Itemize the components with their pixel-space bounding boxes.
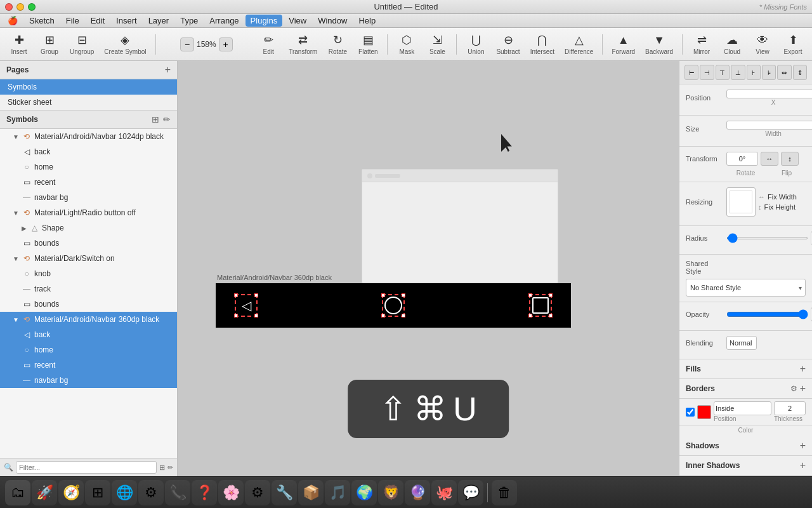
- layer-item-home-1024[interactable]: ○ home: [0, 159, 177, 175]
- align-bottom-button[interactable]: ⊧: [762, 65, 776, 80]
- border-enabled-checkbox[interactable]: [686, 408, 695, 417]
- create-symbol-button[interactable]: ◈ Create Symbol: [100, 30, 150, 58]
- layer-tree[interactable]: ▼ ⟲ Material/Android/Navbar 1024dp black…: [0, 129, 177, 458]
- menu-window[interactable]: Window: [313, 15, 352, 27]
- dock-finder[interactable]: 🗂: [5, 480, 30, 505]
- layer-item-home-360[interactable]: ○ home: [0, 342, 177, 358]
- rotate-input[interactable]: [726, 152, 758, 166]
- dock-app6[interactable]: 🔮: [405, 480, 430, 505]
- ungroup-button[interactable]: ⊟ Ungroup: [66, 30, 98, 58]
- layer-item-navbarbg-1024[interactable]: — navbar bg: [0, 190, 177, 205]
- dock-grid[interactable]: ⊞: [85, 480, 110, 505]
- layer-group-switch[interactable]: ▼ ⟲ Material/Dark/Switch on: [0, 251, 177, 266]
- layer-item-navbarbg-360[interactable]: — navbar bg: [0, 373, 177, 388]
- flatten-button[interactable]: ▤ Flatten: [354, 30, 382, 58]
- dock-brave[interactable]: 🦁: [378, 480, 403, 505]
- size-width-input[interactable]: [726, 121, 812, 130]
- menu-layer[interactable]: Layer: [143, 15, 174, 27]
- dock-launchpad[interactable]: 🚀: [32, 480, 57, 505]
- flip-h-button[interactable]: ↔: [761, 152, 778, 166]
- dock-help[interactable]: ❓: [192, 480, 217, 505]
- dock-chromium[interactable]: 🌐: [112, 480, 137, 505]
- menu-sketch[interactable]: Sketch: [24, 15, 60, 27]
- layer-item-track[interactable]: — track: [0, 281, 177, 297]
- canvas-area[interactable]: Material/Android/Navbar 360dp black ◁: [178, 61, 679, 476]
- border-position-select[interactable]: Inside Center Outside: [714, 401, 771, 415]
- dock-github[interactable]: 🐙: [431, 480, 457, 505]
- layer-item-back-1024[interactable]: ◁ back: [0, 144, 177, 159]
- menu-edit[interactable]: Edit: [86, 15, 110, 27]
- view-button[interactable]: 👁 View: [749, 31, 776, 58]
- dock-app8[interactable]: 💬: [458, 480, 483, 505]
- menu-plugins[interactable]: Plugins: [246, 15, 283, 27]
- border-thickness-input[interactable]: [774, 401, 806, 415]
- menu-arrange[interactable]: Arrange: [204, 15, 244, 27]
- dock-settings[interactable]: ⚙: [245, 480, 270, 505]
- symbols-grid-icon[interactable]: ⊞: [152, 114, 159, 124]
- shared-style-select[interactable]: No Shared Style: [686, 279, 806, 297]
- filter-input[interactable]: [16, 461, 157, 474]
- forward-button[interactable]: ▲ Forward: [608, 31, 639, 58]
- flip-v-button[interactable]: ↕: [781, 152, 799, 166]
- menu-help[interactable]: Help: [353, 15, 381, 27]
- mirror-button[interactable]: ⇌ Mirror: [688, 30, 716, 58]
- union-button[interactable]: ⋃ Union: [462, 30, 490, 58]
- dock-photos[interactable]: 🌸: [218, 480, 244, 505]
- close-button[interactable]: [5, 3, 13, 11]
- rotate-button[interactable]: ↻ Rotate: [324, 30, 351, 58]
- dock-safari[interactable]: 🧭: [58, 480, 84, 505]
- maximize-button[interactable]: [28, 3, 36, 11]
- dock-chrome[interactable]: ⚙: [138, 480, 164, 505]
- distribute-h-button[interactable]: ⇔: [777, 65, 791, 80]
- align-right-button[interactable]: ⊤: [716, 65, 730, 80]
- group-button[interactable]: ⊞ Group: [36, 30, 63, 58]
- page-item-sticker-sheet[interactable]: Sticker sheet: [0, 95, 177, 110]
- align-center-v-button[interactable]: ⊦: [747, 65, 761, 80]
- blending-select[interactable]: Normal Multiply Screen Overlay: [726, 336, 757, 350]
- layer-item-bounds-switch[interactable]: ▭ bounds: [0, 297, 177, 312]
- backward-button[interactable]: ▼ Backward: [641, 31, 677, 58]
- inner-shadows-add-button[interactable]: +: [800, 460, 806, 471]
- layer-item-shape-radio[interactable]: ▶ △ Shape: [0, 220, 177, 236]
- layer-item-recent-1024[interactable]: ▭ recent: [0, 175, 177, 190]
- minimize-button[interactable]: [16, 3, 24, 11]
- dock-trash[interactable]: 🗑: [492, 480, 517, 505]
- align-top-button[interactable]: ⊥: [731, 65, 745, 80]
- layer-item-knob[interactable]: ○ knob: [0, 266, 177, 281]
- menu-file[interactable]: File: [61, 15, 84, 27]
- filter-edit-icon[interactable]: ✏: [167, 464, 173, 472]
- page-item-symbols[interactable]: Symbols: [0, 79, 177, 95]
- borders-add-button[interactable]: +: [800, 383, 806, 394]
- mask-button[interactable]: ⬡ Mask: [393, 30, 421, 58]
- transform-button[interactable]: ⇄ Transform: [285, 30, 321, 58]
- intersect-button[interactable]: ⋂ Intersect: [527, 30, 558, 58]
- export-button[interactable]: ⬆ Export: [779, 30, 807, 58]
- difference-button[interactable]: △ Difference: [561, 30, 597, 58]
- layer-group-radio[interactable]: ▼ ⟲ Material/Light/Radio button off: [0, 205, 177, 220]
- layer-item-recent-360[interactable]: ▭ recent: [0, 358, 177, 373]
- fills-add-button[interactable]: +: [800, 363, 806, 375]
- opacity-slider[interactable]: [726, 309, 808, 319]
- radius-slider[interactable]: [726, 237, 808, 239]
- filter-options-icon[interactable]: ⊞: [159, 464, 165, 472]
- pages-add-button[interactable]: +: [165, 65, 171, 75]
- align-left-button[interactable]: ⊢: [684, 65, 698, 80]
- dock-music[interactable]: 🎵: [325, 480, 350, 505]
- scale-button[interactable]: ⇲ Scale: [423, 30, 451, 58]
- position-x-input[interactable]: [726, 90, 812, 98]
- cloud-button[interactable]: ☁ Cloud: [718, 30, 746, 58]
- zoom-plus-button[interactable]: +: [219, 37, 233, 51]
- subtract-button[interactable]: ⊖ Subtract: [492, 30, 523, 58]
- dock-browser[interactable]: 🌍: [351, 480, 377, 505]
- menu-insert[interactable]: Insert: [111, 15, 142, 27]
- border-color-swatch[interactable]: [697, 405, 711, 419]
- menu-view[interactable]: View: [284, 15, 311, 27]
- dock-app1[interactable]: 🔧: [272, 480, 297, 505]
- borders-settings-icon[interactable]: ⚙: [790, 384, 797, 393]
- layer-group-navbar-1024[interactable]: ▼ ⟲ Material/Android/Navbar 1024dp black: [0, 129, 177, 144]
- insert-button[interactable]: ✚ Insert: [5, 30, 33, 58]
- layer-item-back-360[interactable]: ◁ back: [0, 327, 177, 342]
- distribute-v-button[interactable]: ⇕: [793, 65, 807, 80]
- edit-button[interactable]: ✏ Edit: [254, 30, 282, 58]
- zoom-minus-button[interactable]: −: [180, 37, 194, 51]
